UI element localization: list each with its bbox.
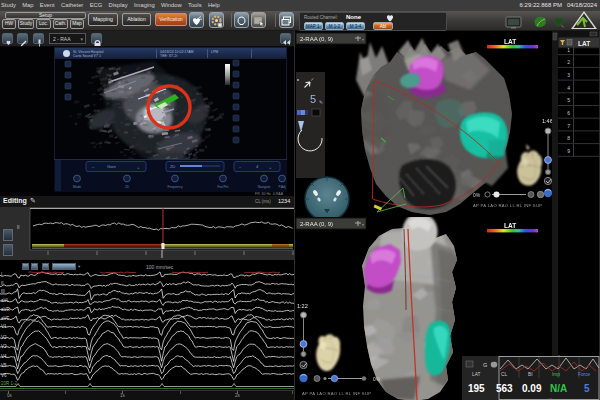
svg-text:CL: CL bbox=[501, 372, 507, 377]
svg-text:9: 9 bbox=[567, 148, 570, 154]
svg-text:AP PA LAO RAO LL RL INF: AP PA LAO RAO LL RL INF SUP bbox=[302, 391, 371, 396]
svg-text:2-RAA (0, 9): 2-RAA (0, 9) bbox=[300, 36, 333, 42]
svg-text:5: 5 bbox=[567, 97, 570, 103]
svg-text:AP PA LAO RAO LL RL INF: AP PA LAO RAO LL RL INF SUP bbox=[473, 203, 542, 208]
svg-text:0%: 0% bbox=[373, 376, 381, 382]
svg-text:LAT: LAT bbox=[504, 222, 516, 229]
svg-text:3: 3 bbox=[567, 72, 570, 78]
svg-text:LAT: LAT bbox=[578, 40, 590, 47]
svg-text:▾: ▾ bbox=[362, 37, 364, 42]
svg-text:Imp: Imp bbox=[552, 372, 560, 377]
svg-text:2: 2 bbox=[567, 59, 570, 65]
svg-text:BI: BI bbox=[528, 372, 533, 377]
svg-text:✎: ✎ bbox=[319, 99, 323, 105]
svg-text:563: 563 bbox=[496, 383, 513, 394]
svg-text:N/A: N/A bbox=[550, 383, 567, 394]
svg-text:0%: 0% bbox=[473, 192, 481, 198]
svg-text:4: 4 bbox=[567, 85, 570, 91]
svg-text:8: 8 bbox=[567, 135, 570, 141]
svg-text:1:22: 1:22 bbox=[297, 303, 308, 309]
svg-text:G: G bbox=[483, 362, 487, 368]
svg-text:195: 195 bbox=[468, 383, 485, 394]
svg-text:LAT: LAT bbox=[472, 372, 481, 377]
svg-text:▾: ▾ bbox=[362, 222, 364, 227]
svg-text:Force: Force bbox=[578, 372, 591, 377]
svg-text:0.09: 0.09 bbox=[522, 383, 542, 394]
svg-text:6: 6 bbox=[567, 110, 570, 116]
svg-text:1: 1 bbox=[567, 47, 570, 53]
svg-text:...: ... bbox=[548, 394, 552, 400]
svg-text:LAT: LAT bbox=[504, 38, 516, 45]
svg-text:5: 5 bbox=[310, 93, 316, 105]
svg-text:5: 5 bbox=[584, 383, 590, 394]
svg-text:7: 7 bbox=[567, 123, 570, 129]
svg-text:2-RAA (0, 9): 2-RAA (0, 9) bbox=[300, 221, 333, 227]
